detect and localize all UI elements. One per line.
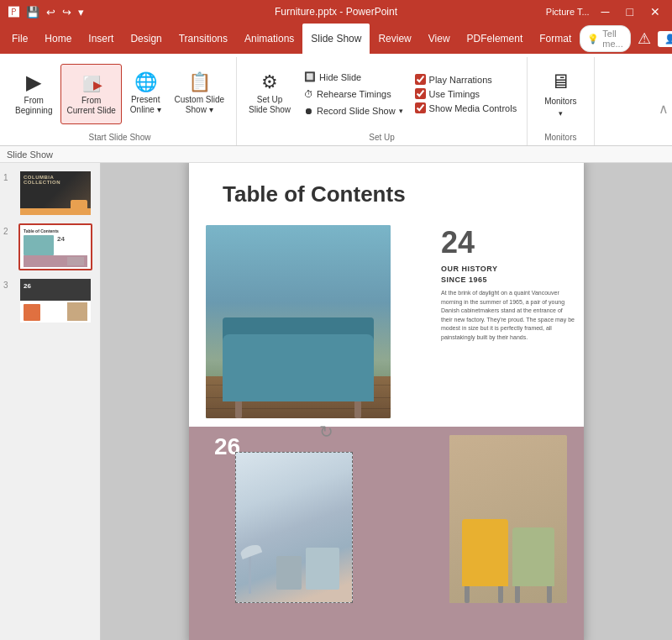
- slide-thumb-1[interactable]: 1 COLUMBIACOLLECTION: [3, 170, 97, 217]
- rehearse-icon: ⏱: [304, 89, 313, 99]
- monitor-icon: 🖥: [550, 70, 570, 93]
- menu-animations[interactable]: Animations: [236, 24, 302, 54]
- custom-show-icon: 📋: [188, 73, 211, 92]
- rotate-icon[interactable]: ↻: [319, 422, 333, 442]
- thumb1-bottom: [20, 208, 91, 215]
- sofa-leg-left: [235, 401, 242, 418]
- thumb2-chair: [67, 257, 84, 265]
- ribbon: ▶ FromBeginning ⬜ ▶ FromCurrent Slide 🌐 …: [0, 54, 672, 146]
- tell-me-input[interactable]: 💡 Tell me...: [580, 25, 630, 52]
- use-timings-checkbox[interactable]: Use Timings: [412, 87, 521, 100]
- thumb3-chair: [67, 302, 87, 321]
- slide-thumb-3[interactable]: 3 26: [3, 277, 97, 324]
- quick-access-toolbar: 🅿 💾 ↩ ↪ ▾: [7, 6, 86, 18]
- menu-slideshow[interactable]: Slide Show: [302, 24, 370, 54]
- ribbon-collapse-button[interactable]: ∧: [659, 101, 669, 117]
- close-button[interactable]: ✕: [645, 5, 665, 18]
- play-narrations-input[interactable]: [415, 74, 426, 85]
- subtitle-line1: OUR HISTORY: [441, 264, 498, 275]
- custom-slide-show-button[interactable]: 📋 Custom SlideShow ▾: [170, 64, 229, 124]
- picture-tools-label: Picture T...: [546, 7, 590, 17]
- present-online-icon: 🌐: [134, 73, 157, 92]
- start-slideshow-group-label: Start Slide Show: [10, 130, 229, 145]
- share-button[interactable]: 👤 Share: [658, 31, 672, 47]
- menu-view[interactable]: View: [420, 24, 459, 54]
- book1: [276, 556, 302, 590]
- slide-subtitle: OUR HISTORY SINCE 1965: [441, 264, 498, 285]
- bookshelf: [306, 548, 339, 590]
- slide-thumbnail-2[interactable]: Table of Contents 24: [18, 223, 92, 270]
- slide-num-1: 1: [3, 173, 13, 182]
- customize-quick-access-button[interactable]: ▾: [76, 6, 86, 18]
- redo-button[interactable]: ↪: [60, 6, 73, 18]
- minimize-button[interactable]: ─: [596, 5, 615, 18]
- menu-file[interactable]: File: [3, 24, 36, 54]
- slide-thumbnail-3[interactable]: 26: [18, 277, 92, 324]
- present-online-label: PresentOnline ▾: [130, 95, 161, 115]
- present-online-button[interactable]: 🌐 PresentOnline ▾: [125, 64, 166, 124]
- record-slideshow-button[interactable]: ⏺ Record Slide Show ▾: [299, 103, 408, 118]
- selected-image-box[interactable]: ↻: [235, 452, 353, 603]
- play-narrations-label: Play Narrations: [429, 75, 492, 85]
- checkbox-options-col: Play Narrations Use Timings Show Media C…: [412, 73, 521, 114]
- thumb1-logo: COLUMBIACOLLECTION: [24, 175, 60, 185]
- from-beginning-button[interactable]: ▶ FromBeginning: [10, 64, 57, 124]
- ribbon-group-setup: ⚙ Set UpSlide Show 🔲 Hide Slide ⏱ Rehear…: [237, 57, 528, 145]
- lamp-pole: [249, 552, 251, 594]
- from-current-label: FromCurrent Slide: [66, 96, 115, 116]
- chair-leg2: [498, 586, 503, 603]
- from-current-slide-button[interactable]: ⬜ ▶ FromCurrent Slide: [60, 64, 121, 124]
- slide-canvas[interactable]: Table of Contents 24 OUR HISTORY SINCE 1…: [189, 163, 584, 640]
- setup-label: Set UpSlide Show: [249, 95, 291, 115]
- lightbulb-icon: 💡: [587, 34, 599, 45]
- canvas-area: Table of Contents 24 OUR HISTORY SINCE 1…: [101, 163, 672, 640]
- status-breadcrumb: Slide Show: [0, 146, 672, 163]
- monitors-label: Monitors: [544, 97, 576, 106]
- menu-design[interactable]: Design: [122, 24, 170, 54]
- green-chair: [512, 527, 554, 586]
- show-media-input[interactable]: [415, 102, 426, 113]
- chair-leg4: [547, 586, 552, 603]
- undo-button[interactable]: ↩: [45, 6, 57, 18]
- thumb2-sofa: [24, 235, 54, 255]
- setup-options-col: 🔲 Hide Slide ⏱ Rehearse Timings ⏺ Record…: [299, 69, 408, 118]
- powerpoint-icon: 🅿: [7, 6, 21, 18]
- record-dropdown-icon[interactable]: ▾: [399, 107, 403, 115]
- rehearse-timings-button[interactable]: ⏱ Rehearse Timings: [299, 87, 408, 102]
- menu-insert[interactable]: Insert: [80, 24, 122, 54]
- setup-icon: ⚙: [261, 73, 278, 92]
- sofa-seat: [223, 334, 374, 401]
- start-slideshow-buttons: ▶ FromBeginning ⬜ ▶ FromCurrent Slide 🌐 …: [10, 57, 229, 130]
- thumb2-bottom: [24, 255, 87, 267]
- show-media-controls-checkbox[interactable]: Show Media Controls: [412, 102, 521, 114]
- slide-num-3: 3: [3, 281, 13, 290]
- show-media-label: Show Media Controls: [429, 103, 517, 113]
- setup-buttons: ⚙ Set UpSlide Show 🔲 Hide Slide ⏱ Rehear…: [244, 57, 520, 130]
- slide-thumbnail-1[interactable]: COLUMBIACOLLECTION: [18, 170, 92, 217]
- slide-chair-image: [449, 435, 567, 603]
- play-narrations-checkbox[interactable]: Play Narrations: [412, 73, 521, 86]
- chair-leg1: [465, 586, 470, 603]
- ribbon-group-start-slideshow: ▶ FromBeginning ⬜ ▶ FromCurrent Slide 🌐 …: [3, 57, 237, 145]
- rehearse-label: Rehearse Timings: [317, 89, 391, 99]
- menu-format[interactable]: Format: [531, 24, 580, 54]
- monitors-button[interactable]: 🖥 Monitors ▾: [534, 64, 586, 124]
- monitors-dropdown[interactable]: ▾: [559, 109, 563, 118]
- menu-home[interactable]: Home: [36, 24, 80, 54]
- menu-review[interactable]: Review: [370, 24, 419, 54]
- setup-slideshow-button[interactable]: ⚙ Set UpSlide Show: [244, 64, 296, 124]
- alert-icon[interactable]: ⚠: [638, 29, 651, 48]
- hide-slide-button[interactable]: 🔲 Hide Slide: [299, 69, 408, 85]
- maximize-button[interactable]: □: [622, 5, 638, 18]
- slide-num-2: 2: [3, 227, 13, 236]
- tell-me-text: Tell me...: [602, 29, 622, 49]
- from-current-icon: ⬜ ▶: [82, 72, 101, 92]
- slide-thumb-2[interactable]: 2 Table of Contents 24: [3, 223, 97, 270]
- menu-pdfelement[interactable]: PDFelement: [459, 24, 532, 54]
- use-timings-input[interactable]: [415, 88, 426, 99]
- save-button[interactable]: 💾: [24, 6, 41, 18]
- title-bar: 🅿 💾 ↩ ↪ ▾ Furniture.pptx - PowerPoint Pi…: [0, 0, 672, 24]
- menu-transitions[interactable]: Transitions: [171, 24, 236, 54]
- window-title: Furniture.pptx - PowerPoint: [275, 6, 397, 18]
- monitors-group-label: Monitors: [534, 130, 586, 145]
